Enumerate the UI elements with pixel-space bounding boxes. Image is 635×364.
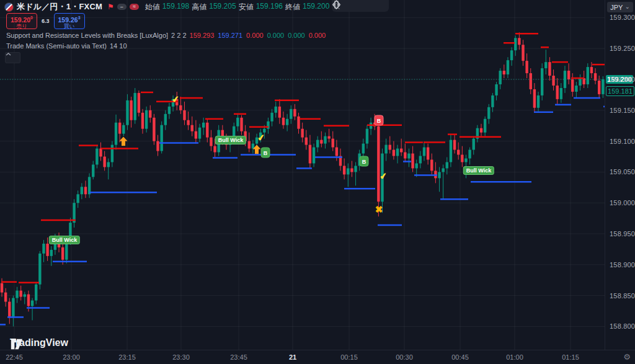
collapse-indicators-button[interactable] [5, 52, 20, 63]
candle [510, 47, 513, 66]
time-tick-label: 00:30 [396, 353, 413, 361]
currency-dropdown[interactable]: JPY [607, 2, 633, 12]
price-tick-label: 158.850 [610, 292, 635, 300]
tradingview-watermark: TradingView [10, 337, 68, 348]
time-tick-label: 23:45 [230, 353, 247, 361]
candle [473, 136, 475, 155]
candle [160, 122, 162, 154]
candle [153, 114, 155, 145]
candle [156, 135, 159, 156]
time-tick-label: 23:30 [172, 353, 190, 361]
buy-button[interactable]: 159.263 買い [54, 13, 85, 29]
candle [316, 136, 319, 153]
time-tick-label: 23:15 [118, 353, 136, 361]
candle [484, 117, 486, 136]
candle [525, 53, 528, 78]
symbol-flag-icon [4, 2, 14, 12]
candle [179, 97, 182, 114]
candle [138, 91, 140, 117]
candle [278, 99, 281, 124]
time-tick-label: 00:15 [340, 353, 358, 361]
candle [111, 141, 113, 167]
candle [366, 125, 368, 149]
candle [309, 135, 311, 169]
candle [35, 282, 37, 304]
check-mark-icon [172, 94, 179, 104]
candle [522, 40, 524, 66]
candle [548, 57, 551, 81]
candle [38, 251, 41, 290]
indicator-row-sr-breaks[interactable]: Support and Resistance Levels with Break… [6, 32, 326, 39]
candle [195, 120, 197, 144]
candle [77, 190, 79, 208]
candle [50, 246, 53, 266]
candle [31, 298, 33, 321]
candle [115, 115, 117, 150]
candle [168, 103, 171, 119]
floating-toolbar[interactable] [332, 0, 389, 12]
tradingview-chart-window: Bull WickBull WickBBBBull Wick TradingVi… [0, 0, 635, 364]
stop-cross-icon [375, 204, 383, 215]
candle [4, 288, 7, 307]
candle [427, 144, 429, 165]
gear-icon[interactable]: ⚙ [623, 352, 631, 362]
indicator-row-trade-marks[interactable]: Trade Marks (Semi-auto via Text) 14 10 [6, 42, 127, 50]
candle [450, 135, 452, 167]
candle [350, 161, 353, 177]
check-mark-icon [257, 133, 265, 143]
tradingview-logo-icon [10, 337, 24, 351]
candle [579, 74, 581, 91]
candle [210, 130, 212, 151]
candle [533, 83, 536, 112]
candle [126, 94, 128, 130]
candle [567, 63, 570, 84]
candle [99, 143, 102, 161]
candle [267, 118, 269, 134]
minimize-pill-icon[interactable]: – [117, 4, 127, 10]
candle [389, 136, 391, 154]
time-tick-label: 23:00 [63, 353, 80, 361]
symbol-title[interactable]: 米ドル／円・1・FXCM [17, 1, 102, 12]
price-tick-label: 159.250 [610, 45, 635, 52]
trade-buttons: 159.200 売り 6.3 159.263 買い [6, 13, 85, 29]
candle [122, 123, 125, 136]
wave-pill-icon[interactable]: ≈ [130, 4, 139, 10]
candle [92, 161, 94, 179]
price-tick-label: 158.900 [610, 261, 635, 269]
candle [305, 130, 308, 150]
candle [320, 131, 322, 148]
time-tick-label: 00:45 [451, 353, 469, 361]
candle [457, 143, 460, 160]
buy-badge: B [261, 148, 270, 158]
secondary-price-badge: 159.181 [606, 86, 634, 96]
candle [442, 164, 444, 199]
price-tick-label: 159.150 [610, 107, 635, 114]
candle [324, 133, 326, 149]
flag-marker-icon[interactable]: ⚑ [107, 2, 114, 11]
candle [130, 97, 132, 128]
candle [134, 88, 136, 124]
candle [339, 149, 342, 171]
candle [270, 109, 273, 127]
price-axis[interactable]: JPY 159.200 159.181 159.300159.250159.20… [605, 0, 635, 350]
candle [438, 167, 440, 192]
sell-button[interactable]: 159.200 売り [6, 13, 37, 29]
candle [81, 183, 83, 199]
candle [16, 287, 18, 303]
candle [384, 139, 387, 161]
arrow-down-icon[interactable] [332, 0, 341, 9]
candle [183, 102, 185, 125]
candle [476, 125, 479, 143]
candle [354, 162, 357, 185]
candlestick-chart[interactable] [0, 0, 605, 350]
candle [103, 151, 105, 171]
time-tick-label: 01:00 [506, 353, 523, 361]
candle [198, 124, 201, 143]
candle [530, 68, 532, 94]
candle [107, 158, 110, 179]
price-tick-label: 159.300 [610, 14, 635, 21]
price-tick-label: 159.000 [610, 199, 635, 206]
candle [343, 158, 345, 179]
price-tick-label: 159.100 [610, 138, 635, 145]
time-axis[interactable]: ⚙ 22:4523:0023:1523:3023:452100:1500:300… [0, 350, 635, 364]
